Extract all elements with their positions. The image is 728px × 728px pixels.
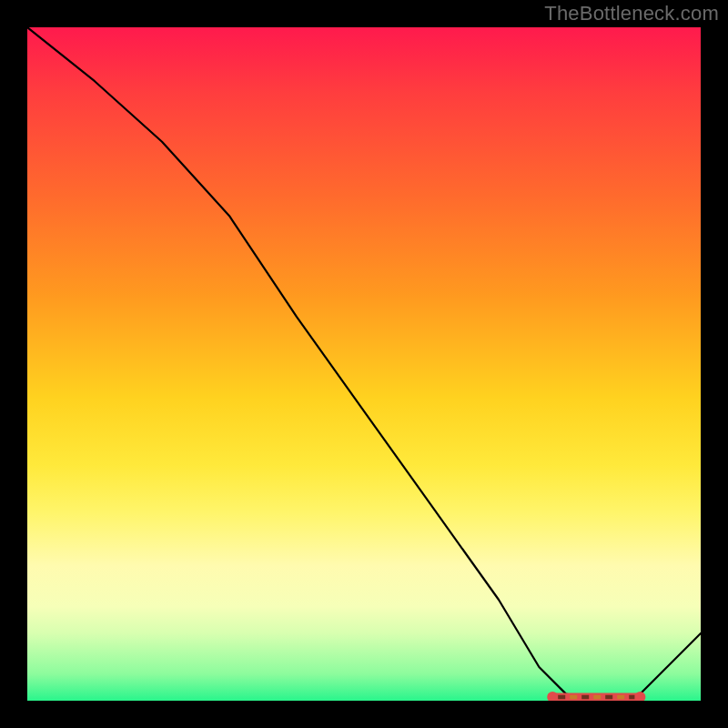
chart-frame: TheBottleneck.com (0, 0, 728, 728)
watermark-text: TheBottleneck.com (544, 2, 719, 25)
plot-gradient-background (27, 27, 701, 701)
